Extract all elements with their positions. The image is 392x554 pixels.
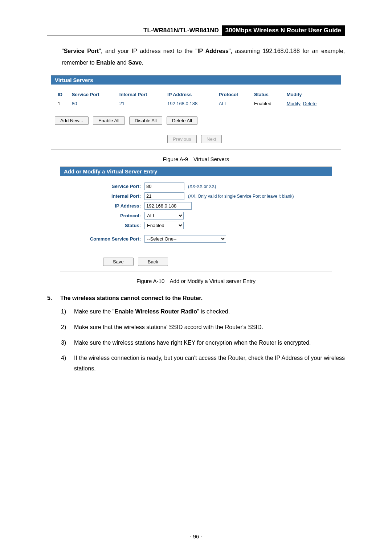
next-button[interactable]: Next bbox=[201, 135, 222, 143]
model-number: TL-WR841N/TL-WR841ND bbox=[140, 25, 222, 36]
label-ip: IP Address: bbox=[65, 203, 144, 209]
service-port-input[interactable] bbox=[144, 182, 184, 190]
label-internal-port: Internal Port: bbox=[65, 193, 144, 199]
protocol-select[interactable]: ALL bbox=[144, 212, 184, 219]
hint-sp: (XX-XX or XX) bbox=[188, 184, 216, 189]
col-modify: Modify bbox=[285, 90, 336, 99]
panel-title: Virtual Servers bbox=[51, 75, 341, 85]
page-number: - 96 - bbox=[0, 533, 392, 539]
hint-ip: (XX, Only valid for single Service Port … bbox=[188, 194, 294, 199]
col-service-port: Service Port bbox=[70, 90, 117, 99]
form-button-row: Save Back bbox=[60, 253, 332, 271]
add-modify-panel: Add or Modify a Virtual Server Entry Ser… bbox=[60, 167, 332, 271]
status-select[interactable]: Enabled bbox=[144, 222, 184, 229]
enable-all-button[interactable]: Enable All bbox=[93, 116, 125, 125]
modify-link[interactable]: Modify bbox=[287, 101, 301, 106]
cell-ip: 192.168.0.188 bbox=[165, 99, 216, 108]
disable-all-button[interactable]: Disable All bbox=[129, 116, 162, 125]
intro-paragraph: "Service Port", and your IP address next… bbox=[62, 45, 345, 69]
table-header-row: ID Service Port Internal Port IP Address… bbox=[56, 90, 336, 99]
col-internal-port: Internal Port bbox=[117, 90, 164, 99]
cell-id: 1 bbox=[56, 99, 69, 108]
virtual-servers-panel: Virtual Servers ID Service Port Internal… bbox=[51, 75, 341, 149]
cell-actions: Modify Delete bbox=[285, 99, 336, 108]
col-protocol: Protocol bbox=[217, 90, 251, 99]
back-button[interactable]: Back bbox=[138, 258, 168, 266]
table-row: 1 80 21 192.168.0.188 ALL Enabled Modify… bbox=[56, 99, 336, 108]
internal-port-input[interactable] bbox=[144, 192, 184, 200]
guide-title: 300Mbps Wireless N Router User Guide bbox=[222, 25, 345, 36]
label-service-port: Service Port: bbox=[65, 184, 144, 189]
cell-internal-port: 21 bbox=[117, 99, 164, 108]
cell-protocol: ALL bbox=[217, 99, 251, 108]
panel-title: Add or Modify a Virtual Server Entry bbox=[60, 167, 332, 176]
previous-button[interactable]: Previous bbox=[167, 135, 197, 143]
cell-status: Enabled bbox=[252, 99, 284, 108]
list-item: 3) Make sure the wireless stations have … bbox=[61, 338, 345, 348]
figure-caption-a9: Figure A-9 Virtual Servers bbox=[47, 156, 345, 162]
col-ip: IP Address bbox=[165, 90, 216, 99]
list-item: 4) If the wireless connection is ready, … bbox=[61, 353, 345, 374]
pagination-row: Previous Next bbox=[55, 135, 337, 143]
doc-header: TL-WR841N/TL-WR841ND 300Mbps Wireless N … bbox=[47, 25, 345, 36]
cell-service-port: 80 bbox=[70, 99, 117, 108]
section-5-heading: 5. The wireless stations cannot connect … bbox=[47, 295, 345, 301]
add-new-button[interactable]: Add New... bbox=[55, 116, 89, 125]
ip-address-input[interactable] bbox=[144, 202, 192, 210]
virtual-servers-table: ID Service Port Internal Port IP Address… bbox=[55, 90, 337, 108]
label-status: Status: bbox=[65, 223, 144, 228]
col-id: ID bbox=[56, 90, 69, 99]
label-protocol: Protocol: bbox=[65, 213, 144, 218]
delete-all-button[interactable]: Delete All bbox=[167, 116, 197, 125]
common-service-select[interactable]: --Select One-- bbox=[144, 235, 226, 243]
list-item: 2) Make sure that the wireless stations'… bbox=[61, 322, 345, 333]
section-5-list: 1) Make sure the "Enable Wireless Router… bbox=[61, 307, 345, 374]
action-button-row: Add New... Enable All Disable All Delete… bbox=[55, 116, 337, 125]
save-button[interactable]: Save bbox=[103, 258, 134, 266]
delete-link[interactable]: Delete bbox=[303, 101, 317, 106]
col-status: Status bbox=[252, 90, 284, 99]
label-common-service: Common Service Port: bbox=[65, 236, 144, 242]
figure-caption-a10: Figure A-10 Add or Modify a Virtual serv… bbox=[47, 278, 345, 284]
list-item: 1) Make sure the "Enable Wireless Router… bbox=[61, 307, 345, 317]
